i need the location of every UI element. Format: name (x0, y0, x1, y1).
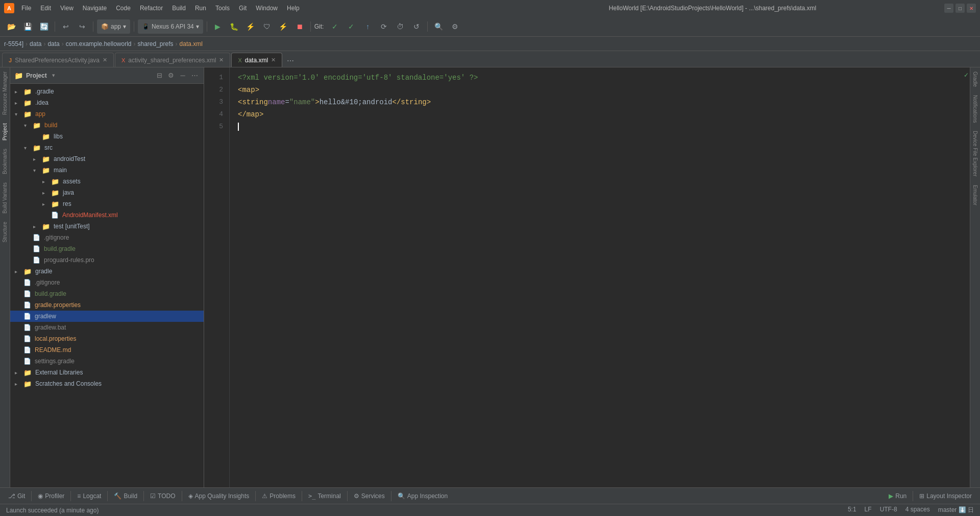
tree-item[interactable]: 📄gradle.properties (10, 299, 204, 311)
status-position[interactable]: 5:1 (848, 506, 856, 514)
tree-item[interactable]: 📄.gitignore (10, 232, 204, 243)
debug-button[interactable]: 🐛 (227, 19, 241, 34)
toolbar-open-file[interactable]: 📂 (4, 19, 18, 34)
sidebar-resource-manager[interactable]: Resource Manager (1, 67, 9, 119)
tree-item[interactable]: 📄proguard-rules.pro (10, 254, 204, 266)
status-line-ending[interactable]: LF (865, 506, 872, 514)
tree-item[interactable]: 📄settings.gradle (10, 356, 204, 367)
tree-item[interactable]: 📄AndroidManifest.xml (10, 209, 204, 221)
sidebar-project[interactable]: Project (1, 119, 9, 145)
project-more[interactable]: ⋯ (189, 71, 200, 81)
code-content[interactable]: <?xml version='1.0' encoding='utf-8' sta… (230, 67, 963, 487)
tree-item[interactable]: ▾📁app (10, 108, 204, 120)
project-settings[interactable]: ⚙ (166, 71, 176, 81)
toolbar-logcat-btn[interactable]: ≡ Logcat (73, 490, 105, 502)
project-minimize[interactable]: ─ (178, 71, 188, 81)
tab-dataxml-close[interactable]: ✕ (271, 57, 276, 63)
right-sidebar-notifications[interactable]: Notifications (971, 91, 979, 127)
sidebar-structure[interactable]: Structure (1, 218, 9, 247)
menu-run[interactable]: Run (191, 4, 210, 13)
tab-xml-close[interactable]: ✕ (219, 57, 224, 63)
sidebar-build-variants[interactable]: Build Variants (1, 178, 9, 218)
tree-item[interactable]: ▸📁Scratches and Consoles (10, 378, 204, 389)
breadcrumb-device[interactable]: r-5554] (4, 40, 23, 48)
menu-help[interactable]: Help (283, 4, 304, 13)
toolbar-settings[interactable]: ⚙ (448, 19, 462, 34)
toolbar-todo-btn[interactable]: ☑ TODO (146, 490, 179, 502)
close-button[interactable]: ✕ (967, 4, 976, 13)
menu-navigate[interactable]: Navigate (79, 4, 111, 13)
project-dropdown-arrow[interactable]: ▾ (52, 72, 55, 79)
git-check[interactable]: ✓ (328, 19, 342, 34)
git-history[interactable]: ⏱ (393, 19, 407, 34)
toolbar-build-btn[interactable]: 🔨 Build (110, 490, 141, 502)
toolbar-terminal-btn[interactable]: >_ Terminal (304, 490, 345, 502)
tree-item[interactable]: 📄build.gradle (10, 288, 204, 299)
project-collapse-all[interactable]: ⊟ (154, 71, 164, 81)
menu-window[interactable]: Window (252, 4, 282, 13)
profile-button[interactable]: ⚡ (243, 19, 258, 34)
tree-item[interactable]: ▸📁androidTest (10, 153, 204, 165)
right-sidebar-gradle[interactable]: Gradle (971, 67, 979, 91)
tree-item[interactable]: ▸📁gradle (10, 266, 204, 277)
right-sidebar-emulator[interactable]: Emulator (971, 181, 979, 209)
minimize-button[interactable]: ─ (944, 4, 953, 13)
menu-tools[interactable]: Tools (211, 4, 234, 13)
breadcrumb-file[interactable]: data.xml (180, 40, 203, 48)
right-sidebar-device-file[interactable]: Device File Explorer (971, 127, 979, 180)
git-commit[interactable]: ✓ (344, 19, 358, 34)
git-push[interactable]: ↑ (360, 19, 375, 34)
toolbar-git-btn[interactable]: ⎇ Git (4, 490, 29, 502)
device-dropdown[interactable]: 📱 Nexus 6 API 34 ▾ (138, 19, 203, 34)
more-tabs-button[interactable]: ⋯ (283, 55, 298, 67)
menu-build[interactable]: Build (168, 4, 190, 13)
toolbar-problems-btn[interactable]: ⚠ Problems (258, 490, 300, 502)
breadcrumb-prefs[interactable]: shared_prefs (137, 40, 173, 48)
tree-item[interactable]: ▾📁build (10, 120, 204, 131)
tree-item[interactable]: ▸📁java (10, 187, 204, 198)
toolbar-run-btn-right[interactable]: ▶ Run (885, 490, 911, 502)
toolbar-save-all[interactable]: 💾 (20, 19, 35, 34)
toolbar-sync[interactable]: 🔄 (37, 19, 51, 34)
tab-dataxml[interactable]: X data.xml ✕ (231, 53, 282, 67)
app-module-dropdown[interactable]: 📦 app ▾ (97, 19, 130, 34)
menu-code[interactable]: Code (112, 4, 135, 13)
tab-java-close[interactable]: ✕ (103, 57, 107, 63)
breadcrumb-data1[interactable]: data (30, 40, 41, 48)
menu-git[interactable]: Git (235, 4, 251, 13)
breadcrumb-data2[interactable]: data (47, 40, 59, 48)
run-button[interactable]: ▶ (211, 19, 225, 34)
apply-changes[interactable]: ⚡ (276, 19, 290, 34)
tree-item[interactable]: 📄local.properties (10, 333, 204, 344)
tree-item[interactable]: 📄gradlew (10, 311, 204, 322)
menu-edit[interactable]: Edit (36, 4, 55, 13)
tab-java[interactable]: J SharedPreferencesActivity.java ✕ (2, 53, 114, 67)
tree-item[interactable]: ▸📁res (10, 198, 204, 209)
git-revert[interactable]: ↺ (409, 19, 424, 34)
menu-file[interactable]: File (17, 4, 35, 13)
menu-view[interactable]: View (56, 4, 78, 13)
toolbar-services-btn[interactable]: ⚙ Services (350, 490, 389, 502)
tree-item[interactable]: 📄README.md (10, 344, 204, 356)
status-encoding[interactable]: UTF-8 (880, 506, 897, 514)
menu-refactor[interactable]: Refactor (136, 4, 167, 13)
toolbar-undo[interactable]: ↩ (59, 19, 73, 34)
toolbar-layout-inspector-btn[interactable]: ⊞ Layout Inspector (915, 490, 976, 502)
toolbar-redo[interactable]: ↪ (75, 19, 89, 34)
tree-item[interactable]: 📄gradlew.bat (10, 322, 204, 333)
tree-item[interactable]: 📄.gitignore (10, 277, 204, 288)
status-branch[interactable]: master ⬇️ 日 (938, 506, 974, 514)
toolbar-profiler-btn[interactable]: ◉ Profiler (34, 490, 68, 502)
tree-item[interactable]: ▾📁main (10, 165, 204, 176)
git-pull[interactable]: ⟳ (377, 19, 391, 34)
breadcrumb-package[interactable]: com.example.helloworld (66, 40, 132, 48)
tab-xml[interactable]: X activity_shared_preferences.xml ✕ (115, 53, 230, 67)
status-indent[interactable]: 4 spaces (905, 506, 930, 514)
stop-button[interactable]: ⏹ (292, 19, 307, 34)
tree-item[interactable]: ▾📁src (10, 142, 204, 153)
tree-item[interactable]: ▸📁assets (10, 176, 204, 187)
sidebar-bookmarks[interactable]: Bookmarks (1, 145, 9, 178)
tree-item[interactable]: ▸📁External Libraries (10, 367, 204, 378)
toolbar-app-quality-btn[interactable]: ◈ App Quality Insights (184, 490, 254, 502)
tree-item[interactable]: 📄build.gradle (10, 243, 204, 254)
